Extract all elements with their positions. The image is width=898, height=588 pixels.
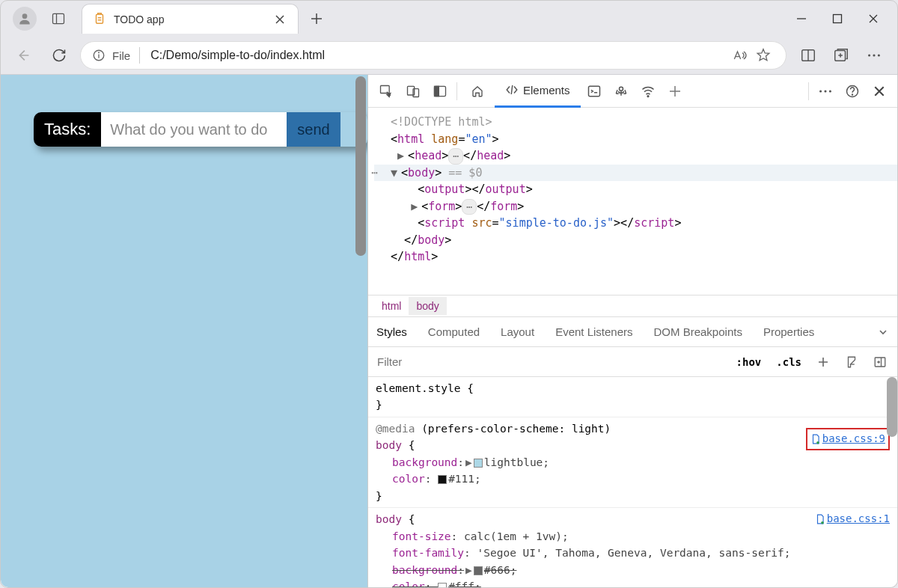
omnibox[interactable]: File C:/Demo/simple-to-do/index.html [80, 41, 786, 70]
dom-selected-node[interactable]: ▼<body> == $0 [374, 165, 897, 182]
svg-point-32 [816, 441, 819, 444]
task-input[interactable] [101, 112, 287, 147]
svg-point-24 [647, 95, 649, 97]
back-button[interactable] [8, 40, 38, 70]
new-style-rule-button[interactable] [812, 351, 834, 373]
refresh-button[interactable] [44, 40, 74, 70]
sources-tab-button[interactable] [608, 78, 635, 105]
devtools-help-button[interactable] [839, 78, 866, 105]
devtools-more-button[interactable] [812, 78, 839, 105]
dom-breadcrumb[interactable]: html body [368, 295, 897, 317]
subtab-layout[interactable]: Layout [498, 325, 537, 338]
svg-point-27 [829, 90, 831, 92]
dom-tree[interactable]: <!DOCTYPE html> <html lang="en"> ▶<head>… [368, 108, 897, 295]
styles-pane[interactable]: element.style { } @media (prefers-color-… [368, 377, 897, 587]
svg-rect-3 [97, 14, 103, 23]
tab-title: TODO app [114, 13, 269, 25]
cls-toggle[interactable]: .cls [772, 353, 806, 371]
styles-filter-row: :hov .cls [368, 347, 897, 377]
url-text: C:/Demo/simple-to-do/index.html [150, 49, 727, 62]
window-minimize-button[interactable] [784, 4, 819, 34]
network-tab-button[interactable] [635, 78, 662, 105]
hov-toggle[interactable]: :hov [732, 353, 766, 371]
url-scheme-label: File [112, 49, 130, 62]
svg-point-0 [22, 13, 28, 19]
inspect-element-button[interactable] [373, 78, 400, 105]
tab-actions-button[interactable] [46, 6, 71, 31]
svg-point-16 [878, 54, 880, 56]
split-screen-button[interactable] [792, 40, 824, 70]
site-info-icon[interactable] [91, 48, 106, 63]
crumb-body[interactable]: body [409, 297, 446, 315]
source-link-2[interactable]: base.css:1 [815, 511, 890, 527]
svg-point-10 [99, 52, 100, 53]
svg-rect-1 [53, 13, 64, 23]
device-emulation-button[interactable] [400, 78, 427, 105]
address-bar: File C:/Demo/simple-to-do/index.html [1, 37, 897, 74]
title-bar: TODO app [1, 1, 897, 37]
tasks-label: Tasks: [34, 112, 101, 147]
console-tab-button[interactable] [581, 78, 608, 105]
styles-subtabs: Styles Computed Layout Event Listeners D… [368, 317, 897, 347]
devtools-close-button[interactable] [866, 78, 893, 105]
elements-tab-label: Elements [523, 84, 570, 97]
svg-point-25 [819, 90, 822, 92]
page-viewport: Tasks: send [1, 75, 367, 587]
read-aloud-button[interactable] [727, 43, 751, 67]
favorite-button[interactable] [751, 43, 775, 67]
new-tab-button[interactable] [302, 4, 332, 34]
svg-rect-22 [588, 86, 599, 96]
omnibox-separator [139, 47, 140, 64]
more-tabs-button[interactable] [662, 78, 688, 105]
svg-rect-7 [834, 15, 842, 23]
source-link-1[interactable]: base.css:9 [806, 428, 890, 450]
devtools-toolbar: Elements [368, 75, 897, 108]
subtab-computed[interactable]: Computed [426, 325, 482, 338]
collections-button[interactable] [825, 40, 857, 70]
element-style-selector: element.style { [376, 380, 890, 396]
window-maximize-button[interactable] [819, 4, 855, 34]
svg-point-23 [619, 87, 623, 91]
welcome-tab[interactable] [460, 75, 495, 108]
send-button[interactable]: send [287, 112, 340, 147]
svg-rect-17 [381, 85, 390, 93]
subtab-properties[interactable]: Properties [761, 325, 816, 338]
tab-close-button[interactable] [269, 9, 290, 30]
tab-favicon-icon [93, 13, 106, 26]
window-close-button[interactable] [855, 4, 891, 34]
svg-point-14 [868, 54, 870, 56]
subtab-styles[interactable]: Styles [374, 325, 409, 338]
page-scrollbar[interactable] [355, 76, 366, 256]
todo-form: Tasks: send [34, 112, 367, 147]
dock-side-button[interactable] [427, 78, 453, 105]
subtab-event-listeners[interactable]: Event Listeners [553, 325, 635, 338]
styles-scrollbar[interactable] [887, 377, 897, 437]
svg-rect-21 [435, 86, 439, 96]
browser-menu-button[interactable] [858, 40, 890, 70]
computed-styles-toggle[interactable] [840, 351, 863, 373]
svg-point-26 [824, 90, 826, 92]
toggle-sidebar-button[interactable] [869, 351, 891, 373]
subtab-dom-breakpoints[interactable]: DOM Breakpoints [652, 325, 745, 338]
browser-tab[interactable]: TODO app [82, 4, 299, 34]
styles-filter-input[interactable] [368, 347, 732, 376]
svg-point-15 [873, 54, 875, 56]
svg-point-29 [852, 94, 853, 95]
profile-button[interactable] [13, 7, 37, 31]
crumb-html[interactable]: html [374, 297, 409, 315]
subtabs-expand-icon[interactable] [878, 327, 888, 337]
elements-tab[interactable]: Elements [495, 75, 581, 108]
devtools-panel: Elements [367, 75, 897, 587]
svg-point-33 [821, 521, 824, 524]
